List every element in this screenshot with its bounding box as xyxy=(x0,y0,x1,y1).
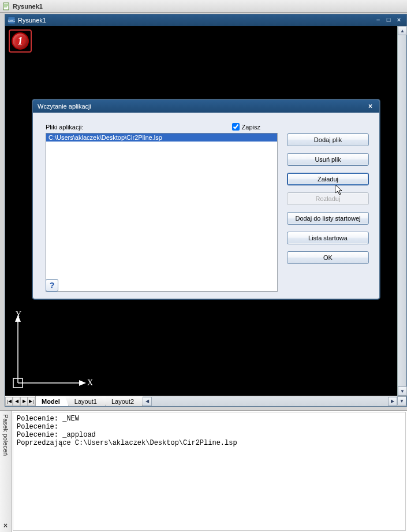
load-button[interactable]: Załaduj xyxy=(287,173,369,185)
ok-button[interactable]: OK xyxy=(287,251,369,264)
dialog-titlebar: Wczytanie aplikacji × xyxy=(33,100,379,113)
load-application-dialog: Wczytanie aplikacji × Pliki aplikacji: Z… xyxy=(32,99,380,299)
vertical-scrollbar[interactable]: ▲ ▼ xyxy=(397,26,406,396)
svg-rect-3 xyxy=(13,378,23,388)
remove-file-button[interactable]: Usuń plik xyxy=(287,153,369,166)
command-panel-close-button[interactable]: × xyxy=(3,522,8,530)
scroll-left-icon[interactable]: ◀ xyxy=(143,397,152,406)
add-to-startup-button[interactable]: Dodaj do listy startowej xyxy=(287,212,369,225)
command-panel: Pasek poleceń × Polecenie: _NEW Poleceni… xyxy=(0,410,407,532)
close-button[interactable]: × xyxy=(394,16,404,24)
tab-nav-button-2[interactable]: ▶ xyxy=(20,397,28,406)
outer-titlebar: Rysunek1 xyxy=(0,0,407,13)
application-file-item[interactable]: C:\Users\aklaczek\Desktop\Cir2Pline.lsp xyxy=(46,133,277,142)
outer-title: Rysunek1 xyxy=(13,3,43,10)
svg-marker-5 xyxy=(15,315,21,322)
x-axis-label: X xyxy=(87,378,93,388)
layout-tabs: ModelLayout1Layout2 xyxy=(36,396,143,406)
dialog-left-panel: Pliki aplikacji: Zapisz C:\Users\aklacze… xyxy=(46,123,278,292)
save-checkbox-label: Zapisz xyxy=(242,124,260,131)
tab-nav-button-3[interactable]: ▶| xyxy=(28,397,35,406)
scroll-up-icon[interactable]: ▲ xyxy=(398,26,407,35)
tab-nav-button-1[interactable]: ◀ xyxy=(13,397,20,406)
svg-text:DWG: DWG xyxy=(8,19,15,23)
startup-list-button[interactable]: Lista startowa xyxy=(287,232,369,244)
dialog-title: Wczytanie aplikacji xyxy=(38,103,91,110)
dialog-buttons-panel: Dodaj plik Usuń plik Załaduj Rozładuj Do… xyxy=(287,123,369,292)
tab-nav: |◀◀▶▶| xyxy=(5,396,36,406)
svg-rect-0 xyxy=(3,3,9,10)
command-panel-title: Pasek poleceń xyxy=(2,414,9,456)
step-badge: 1 xyxy=(9,29,32,53)
save-checkbox-wrap[interactable]: Zapisz xyxy=(232,123,260,131)
horizontal-scrollbar[interactable]: ◀ ▶ xyxy=(143,396,397,406)
unload-button: Rozładuj xyxy=(287,192,369,205)
svg-marker-7 xyxy=(79,380,86,386)
scroll-down-icon[interactable]: ▼ xyxy=(398,386,407,396)
help-button[interactable]: ? xyxy=(46,279,58,292)
tab-layout2[interactable]: Layout2 xyxy=(106,396,143,406)
command-panel-tab[interactable]: Pasek poleceń × xyxy=(0,411,12,532)
layout-tabbar: |◀◀▶▶| ModelLayout1Layout2 ◀ ▶ ▼ xyxy=(5,396,406,406)
ucs-icon: Y X xyxy=(10,310,91,391)
tab-nav-button-0[interactable]: |◀ xyxy=(5,397,13,406)
document-icon xyxy=(2,2,10,10)
scroll-right-icon[interactable]: ▶ xyxy=(388,397,397,406)
y-axis-label: Y xyxy=(16,310,21,319)
minimize-button[interactable]: – xyxy=(373,16,383,24)
application-files-list[interactable]: C:\Users\aklaczek\Desktop\Cir2Pline.lsp xyxy=(46,133,278,292)
dialog-close-button[interactable]: × xyxy=(366,102,375,110)
command-history[interactable]: Polecenie: _NEW Polecenie: Polecenie: _a… xyxy=(13,412,406,531)
maximize-button[interactable]: □ xyxy=(383,16,394,24)
dialog-body: Pliki aplikacji: Zapisz C:\Users\aklacze… xyxy=(33,113,379,299)
save-checkbox[interactable] xyxy=(232,123,240,131)
tab-model[interactable]: Model xyxy=(36,396,69,406)
document-titlebar: DWG Rysunek1 – □ × xyxy=(5,14,406,26)
tab-layout1[interactable]: Layout1 xyxy=(69,396,106,406)
document-title: Rysunek1 xyxy=(18,17,46,24)
step-number: 1 xyxy=(12,32,29,50)
scroll-down-corner-icon[interactable]: ▼ xyxy=(397,396,406,405)
dwg-icon: DWG xyxy=(8,16,16,24)
add-file-button[interactable]: Dodaj plik xyxy=(287,133,369,146)
files-label: Pliki aplikacji: xyxy=(46,124,232,131)
